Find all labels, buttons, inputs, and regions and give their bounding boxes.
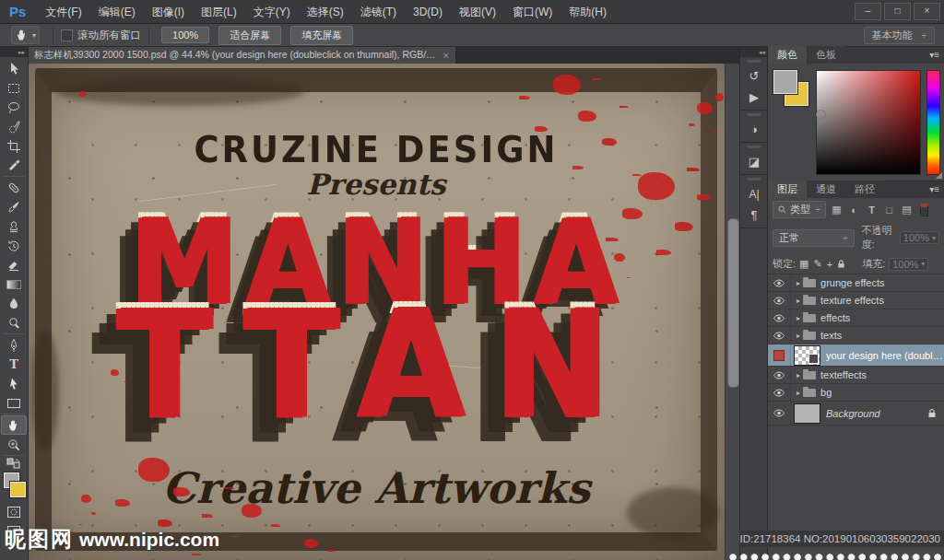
menu-file[interactable]: 文件(F) xyxy=(37,0,89,24)
visibility-toggle[interactable] xyxy=(768,292,791,309)
menu-filter[interactable]: 滤镜(T) xyxy=(352,0,405,24)
expand-arrow-icon[interactable]: ▸ xyxy=(796,389,800,397)
layer-row-effects[interactable]: ▸ effects xyxy=(768,309,944,327)
blend-mode-dropdown[interactable]: 正常 ÷ xyxy=(773,229,855,247)
visibility-toggle-hidden[interactable] xyxy=(768,344,791,366)
layer-name[interactable]: texture effects xyxy=(820,295,884,306)
menu-3d[interactable]: 3D(D) xyxy=(405,0,451,24)
expand-panels-icon[interactable]: ◂◂ xyxy=(740,47,768,57)
tab-close-icon[interactable]: × xyxy=(443,50,449,61)
close-button[interactable]: × xyxy=(914,3,940,20)
visibility-toggle[interactable] xyxy=(768,367,791,383)
panel-menu-icon[interactable]: ▾≡ xyxy=(929,184,939,194)
lasso-tool[interactable] xyxy=(1,98,27,117)
history-panel-icon[interactable]: ↺ xyxy=(740,65,768,87)
minimize-button[interactable]: – xyxy=(855,3,881,20)
visibility-toggle[interactable] xyxy=(768,384,791,401)
pen-tool[interactable] xyxy=(1,335,27,355)
gradient-tool[interactable] xyxy=(1,274,27,294)
expand-arrow-icon[interactable]: ▸ xyxy=(796,314,800,322)
canvas-artwork[interactable]: CRUZINE DESIGN Presents MANHA TTAN Creat… xyxy=(28,64,725,560)
styles-panel-icon[interactable]: ◪ xyxy=(740,151,768,172)
dodge-tool[interactable] xyxy=(1,313,27,332)
visibility-toggle[interactable] xyxy=(768,327,791,344)
layer-row-texts[interactable]: ▸ texts xyxy=(768,327,944,344)
workspace-switcher[interactable]: 基本功能 ÷ xyxy=(864,27,936,44)
visibility-toggle[interactable] xyxy=(768,274,791,291)
filter-pixel-layers-icon[interactable]: ▦ xyxy=(830,204,844,216)
layer-row-bg[interactable]: ▸ bg xyxy=(768,384,944,402)
fill-screen-button[interactable]: 填充屏幕 xyxy=(290,26,353,45)
scrollbar-thumb[interactable] xyxy=(727,218,739,388)
layer-row-your-design-selected[interactable]: your design here (double... xyxy=(768,344,944,367)
rectangle-tool[interactable] xyxy=(1,393,27,413)
actions-panel-icon[interactable]: ▶ xyxy=(740,87,768,108)
background-color-swatch[interactable] xyxy=(10,482,26,497)
expand-arrow-icon[interactable]: ▸ xyxy=(796,297,800,305)
menu-help[interactable]: 帮助(H) xyxy=(560,0,615,24)
path-selection-tool[interactable] xyxy=(1,374,27,393)
layer-name[interactable]: texteffects xyxy=(820,369,867,380)
adjustments-panel-icon[interactable]: ◑ xyxy=(740,119,768,140)
layer-name[interactable]: effects xyxy=(820,312,850,323)
visibility-toggle[interactable] xyxy=(768,402,791,425)
filter-shape-layers-icon[interactable]: □ xyxy=(882,204,896,216)
filter-toggle[interactable] xyxy=(920,204,928,216)
opacity-value[interactable]: 100% ▾ xyxy=(900,231,939,244)
filter-smart-objects-icon[interactable]: ▤ xyxy=(900,204,914,216)
hand-tool[interactable] xyxy=(1,415,27,435)
saturation-brightness-field[interactable] xyxy=(816,70,921,175)
tab-layers[interactable]: 图层 xyxy=(768,181,807,198)
maximize-button[interactable]: □ xyxy=(884,3,911,20)
layer-name[interactable]: bg xyxy=(820,387,832,398)
paragraph-panel-icon[interactable]: ¶ xyxy=(740,204,768,226)
menu-image[interactable]: 图像(I) xyxy=(144,0,193,24)
swap-colors-icon[interactable] xyxy=(1,457,27,469)
layer-name[interactable]: texts xyxy=(820,330,842,341)
healing-brush-tool[interactable] xyxy=(1,178,27,197)
tab-swatches[interactable]: 色板 xyxy=(807,46,845,64)
smart-object-thumbnail[interactable] xyxy=(794,345,820,366)
filter-type-dropdown[interactable]: 类型 ÷ xyxy=(773,201,826,218)
layer-name[interactable]: your design here (double... xyxy=(826,350,944,361)
eyedropper-tool[interactable] xyxy=(1,156,27,175)
lock-paint-icon[interactable]: ✎ xyxy=(813,258,821,270)
menu-select[interactable]: 选择(S) xyxy=(299,0,352,24)
tab-color[interactable]: 颜色 xyxy=(768,46,807,64)
history-brush-tool[interactable] xyxy=(1,236,27,255)
layer-row-background[interactable]: Background xyxy=(768,402,944,426)
hue-slider[interactable] xyxy=(926,70,940,175)
document-tab[interactable]: 标志样机39300 2000 1500.psd @ 44.4% (your de… xyxy=(28,47,456,64)
blur-tool[interactable] xyxy=(1,294,27,313)
tab-channels[interactable]: 通道 xyxy=(807,181,845,198)
crop-tool[interactable] xyxy=(1,136,27,156)
hand-tool-preset[interactable]: ▾ xyxy=(11,26,40,44)
foreground-color-swatch[interactable] xyxy=(773,70,797,94)
lock-transparency-icon[interactable]: ▦ xyxy=(799,258,808,270)
expand-arrow-icon[interactable]: ▸ xyxy=(796,371,800,379)
menu-edit[interactable]: 编辑(E) xyxy=(90,0,144,24)
resize-grip[interactable] xyxy=(936,172,942,179)
eraser-tool[interactable] xyxy=(1,255,27,274)
quick-selection-tool[interactable] xyxy=(1,117,27,136)
layer-row-texture-effects[interactable]: ▸ texture effects xyxy=(768,292,944,309)
brush-tool[interactable] xyxy=(1,197,27,216)
filter-adjustment-layers-icon[interactable]: ◐ xyxy=(847,204,861,216)
lock-all-icon[interactable] xyxy=(837,259,845,269)
menu-view[interactable]: 视图(V) xyxy=(451,0,504,24)
marquee-tool[interactable] xyxy=(1,78,27,98)
expand-arrow-icon[interactable]: ▸ xyxy=(796,332,800,340)
menu-layer[interactable]: 图层(L) xyxy=(193,0,245,24)
character-panel-icon[interactable]: A| xyxy=(740,183,768,204)
layer-name[interactable]: Background xyxy=(826,408,880,419)
lock-position-icon[interactable]: + xyxy=(827,259,832,270)
expand-arrow-icon[interactable]: ▸ xyxy=(796,279,800,287)
visibility-toggle[interactable] xyxy=(768,309,791,326)
layer-row-texteffects[interactable]: ▸ texteffects xyxy=(768,367,944,384)
fill-value[interactable]: 100% ▾ xyxy=(889,258,928,271)
color-picker-ring[interactable] xyxy=(816,110,826,120)
quick-mask-button[interactable] xyxy=(1,502,27,521)
zoom-100-button[interactable]: 100% xyxy=(161,27,209,43)
filter-type-layers-icon[interactable]: T xyxy=(865,204,879,216)
menu-window[interactable]: 窗口(W) xyxy=(504,0,560,24)
